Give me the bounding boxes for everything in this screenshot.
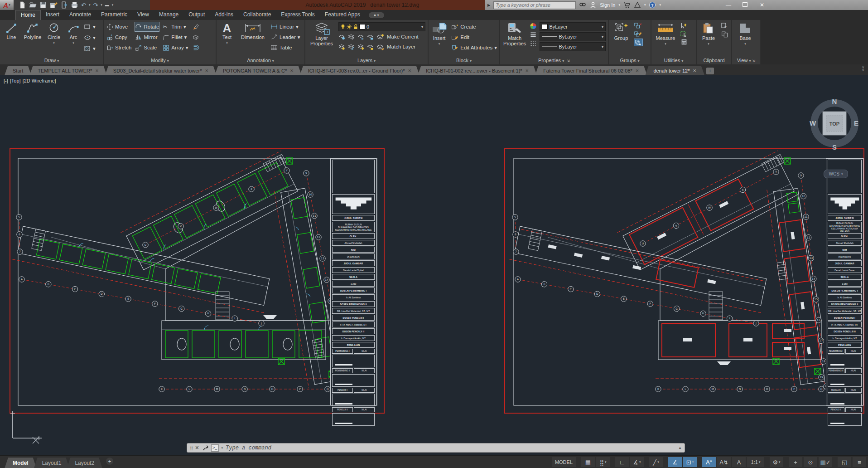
ribbon-tab-insert[interactable]: Insert xyxy=(41,10,64,20)
hatch-button[interactable]: ▾ xyxy=(84,44,96,53)
help-icon[interactable]: ? xyxy=(649,1,656,9)
panel-label-view[interactable]: View ▾ ⇲ xyxy=(732,57,760,64)
app-store-cart-icon[interactable] xyxy=(623,1,631,9)
fillet-button[interactable]: Fillet▾ xyxy=(163,33,188,42)
search-icon[interactable] xyxy=(579,1,586,9)
file-tab[interactable]: SD03_Detail-detail struktur water tower*… xyxy=(105,66,217,75)
layer-thaw-tool-icon[interactable] xyxy=(357,44,364,50)
lineweight-selector[interactable]: ByLayer▾ xyxy=(540,32,606,41)
minimize-button[interactable]: — xyxy=(722,0,735,10)
layout-tab-layout2[interactable]: Layout2 xyxy=(67,458,102,468)
autodesk-share-icon[interactable] xyxy=(634,1,641,9)
status-grid-display[interactable]: ▦ xyxy=(581,457,595,467)
linear-button[interactable]: Linear▾ xyxy=(270,22,300,31)
mirror-button[interactable]: Mirror xyxy=(135,33,159,42)
close-button[interactable]: ✕ xyxy=(755,0,769,10)
wcs-menu[interactable]: WCS▾ xyxy=(824,170,848,178)
share-dropdown-icon[interactable]: ▾ xyxy=(644,3,646,7)
status-object-snap-tracking[interactable]: ∠ xyxy=(668,457,682,467)
user-icon[interactable] xyxy=(589,1,597,9)
help-dropdown-icon[interactable]: ▾ xyxy=(659,3,661,7)
redo-dropdown-icon[interactable]: ▾ xyxy=(101,3,102,7)
status-snap-mode[interactable]: ⣿▾ xyxy=(596,457,610,467)
paste-button[interactable]: Paste▾ xyxy=(699,21,718,57)
trim-button[interactable]: ✂Trim▾ xyxy=(163,22,188,31)
file-tab-close-icon[interactable]: ✕ xyxy=(408,66,412,75)
group-edit-icon[interactable] xyxy=(634,30,642,37)
group-selection-toggle[interactable] xyxy=(634,39,643,46)
infocenter-collapse-icon[interactable]: ▶ xyxy=(487,3,490,7)
copy-clip-icon[interactable] xyxy=(721,31,729,38)
layer-unlock-tool-icon[interactable] xyxy=(367,44,374,50)
save-icon[interactable] xyxy=(39,1,47,9)
status-clean-screen[interactable]: ◱ xyxy=(838,457,851,467)
file-tab[interactable]: TEMPLET ALL TOWER*✕ xyxy=(29,66,107,75)
quick-select-icon[interactable] xyxy=(680,22,688,29)
file-tab-overflow-icon[interactable]: ∨∨ xyxy=(862,66,864,72)
make-current-label[interactable]: Make Current xyxy=(387,34,419,39)
command-customize-icon[interactable] xyxy=(202,445,208,451)
status-model-space[interactable]: MODEL xyxy=(552,457,576,467)
rotate-button[interactable]: Rotate xyxy=(135,22,159,31)
linetype-selector[interactable]: ByLayer▾ xyxy=(540,42,606,51)
file-tab-close-icon[interactable]: ✕ xyxy=(693,66,697,75)
rectangle-button[interactable]: ▾ xyxy=(84,22,96,31)
ungroup-icon[interactable]: ✕ xyxy=(634,22,642,29)
lineweight-icon[interactable] xyxy=(530,31,537,38)
layer-isolate-tool-icon[interactable] xyxy=(348,34,355,40)
layer-properties-button[interactable]: Layer Properties xyxy=(308,21,336,57)
layer-unisolate-tool-icon[interactable] xyxy=(348,44,355,50)
file-tab-close-icon[interactable]: ✕ xyxy=(636,66,639,75)
sign-in-dropdown-icon[interactable]: ▾ xyxy=(618,3,620,7)
redo-icon[interactable]: ↷ xyxy=(93,2,98,9)
erase-button[interactable] xyxy=(192,22,199,31)
viewport-menu-control[interactable]: [-] xyxy=(4,78,8,83)
panel-label-utilities[interactable]: Utilities ▾ xyxy=(651,57,696,64)
array-button[interactable]: Array▾ xyxy=(163,43,188,52)
panel-label-clipboard[interactable]: Clipboard xyxy=(697,57,731,64)
match-layer-label[interactable]: Match Layer xyxy=(387,44,415,49)
layer-selector[interactable]: 0 ▾ xyxy=(338,22,425,31)
ellipse-button[interactable]: ▾ xyxy=(84,33,96,42)
status-object-snap[interactable]: ⊡▾ xyxy=(683,457,697,467)
undo-icon[interactable]: ↶ xyxy=(81,2,86,9)
ribbon-tab-output[interactable]: Output xyxy=(183,10,210,20)
measure-button[interactable]: Measure▾ xyxy=(654,21,677,57)
scale-button[interactable]: Scale xyxy=(135,43,159,52)
layer-on2-tool-icon[interactable] xyxy=(338,44,345,50)
file-tab[interactable]: Fatema Tower Final Structural 06 02 08*✕ xyxy=(535,66,647,75)
new-drawing-tab-button[interactable]: + xyxy=(706,68,714,74)
cut-icon[interactable]: ✂ xyxy=(721,22,729,29)
group-button[interactable]: ✦ Group xyxy=(611,21,631,57)
layer-off-tool-icon[interactable] xyxy=(338,34,345,40)
base-button[interactable]: Base▾ xyxy=(734,21,756,57)
file-tab-close-icon[interactable]: ✕ xyxy=(205,66,208,75)
qat-customize-icon[interactable]: ▬ xyxy=(105,3,109,7)
layer-dropdown-icon[interactable]: ▾ xyxy=(421,25,423,29)
save-as-icon[interactable] xyxy=(50,1,58,9)
file-tab[interactable]: denah tower 12*✕ xyxy=(645,66,704,75)
command-input[interactable]: Type a command xyxy=(226,445,271,451)
layout-tab-layout1[interactable]: Layout1 xyxy=(34,458,70,468)
file-tab-close-icon[interactable]: ✕ xyxy=(526,66,529,75)
create-block-button[interactable]: ✦Create xyxy=(451,22,497,31)
search-input[interactable] xyxy=(494,2,575,8)
ribbon-tab-annotate[interactable]: Annotate xyxy=(64,10,96,20)
recent-commands-dropdown-icon[interactable]: ▾ xyxy=(222,446,223,450)
status-annotation-scale[interactable]: 1:1▾ xyxy=(747,457,764,467)
status-workspace-switching[interactable]: ⚙▾ xyxy=(770,457,783,467)
command-expand-icon[interactable]: ▲ xyxy=(678,446,682,450)
open-from-web-icon[interactable] xyxy=(60,1,68,9)
file-tab-close-icon[interactable]: ✕ xyxy=(95,66,99,75)
match-properties-button[interactable]: Match Properties xyxy=(502,21,527,57)
file-tab[interactable]: ICHQ-BT-GF-003 rev.0...er - Ground Floor… xyxy=(300,66,420,75)
viewcube[interactable]: N W E S TOP xyxy=(809,94,860,152)
panel-label-block[interactable]: Block ▾ xyxy=(429,57,499,64)
new-file-icon[interactable] xyxy=(19,1,26,9)
circle-button[interactable]: Circle▾ xyxy=(45,21,63,57)
status-isometric-drafting[interactable]: ╱▾ xyxy=(649,457,663,467)
command-line[interactable]: ⣿ ✕ >_ ▾ Type a command ▲ xyxy=(187,443,685,453)
new-layout-button[interactable]: + xyxy=(106,458,113,465)
insert-button[interactable]: Insert▾ xyxy=(431,21,448,57)
viewcube-north[interactable]: N xyxy=(832,98,837,105)
